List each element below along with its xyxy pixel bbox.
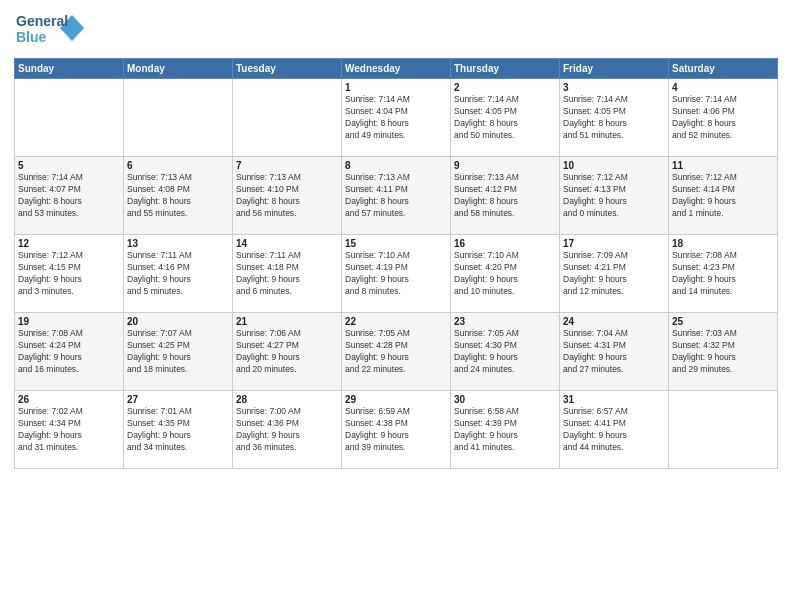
day-info: Sunrise: 7:07 AM Sunset: 4:25 PM Dayligh… bbox=[127, 328, 229, 376]
day-info: Sunrise: 7:11 AM Sunset: 4:16 PM Dayligh… bbox=[127, 250, 229, 298]
calendar-week-1: 1Sunrise: 7:14 AM Sunset: 4:04 PM Daylig… bbox=[15, 79, 778, 157]
day-number: 4 bbox=[672, 82, 774, 93]
day-number: 20 bbox=[127, 316, 229, 327]
day-number: 1 bbox=[345, 82, 447, 93]
day-number: 26 bbox=[18, 394, 120, 405]
day-number: 2 bbox=[454, 82, 556, 93]
calendar-cell: 3Sunrise: 7:14 AM Sunset: 4:05 PM Daylig… bbox=[560, 79, 669, 157]
calendar-cell: 18Sunrise: 7:08 AM Sunset: 4:23 PM Dayli… bbox=[669, 235, 778, 313]
day-number: 12 bbox=[18, 238, 120, 249]
day-number: 16 bbox=[454, 238, 556, 249]
header: GeneralBlue bbox=[14, 10, 778, 50]
day-number: 6 bbox=[127, 160, 229, 171]
calendar-cell: 27Sunrise: 7:01 AM Sunset: 4:35 PM Dayli… bbox=[124, 391, 233, 469]
day-number: 7 bbox=[236, 160, 338, 171]
calendar-cell bbox=[124, 79, 233, 157]
calendar-cell: 10Sunrise: 7:12 AM Sunset: 4:13 PM Dayli… bbox=[560, 157, 669, 235]
logo: GeneralBlue bbox=[14, 10, 84, 50]
weekday-header-saturday: Saturday bbox=[669, 59, 778, 79]
calendar-cell: 7Sunrise: 7:13 AM Sunset: 4:10 PM Daylig… bbox=[233, 157, 342, 235]
day-info: Sunrise: 7:13 AM Sunset: 4:11 PM Dayligh… bbox=[345, 172, 447, 220]
calendar-week-5: 26Sunrise: 7:02 AM Sunset: 4:34 PM Dayli… bbox=[15, 391, 778, 469]
day-info: Sunrise: 6:58 AM Sunset: 4:39 PM Dayligh… bbox=[454, 406, 556, 454]
calendar-cell bbox=[233, 79, 342, 157]
day-number: 27 bbox=[127, 394, 229, 405]
day-info: Sunrise: 7:08 AM Sunset: 4:23 PM Dayligh… bbox=[672, 250, 774, 298]
day-info: Sunrise: 7:06 AM Sunset: 4:27 PM Dayligh… bbox=[236, 328, 338, 376]
day-number: 15 bbox=[345, 238, 447, 249]
day-number: 3 bbox=[563, 82, 665, 93]
day-info: Sunrise: 6:59 AM Sunset: 4:38 PM Dayligh… bbox=[345, 406, 447, 454]
calendar-week-2: 5Sunrise: 7:14 AM Sunset: 4:07 PM Daylig… bbox=[15, 157, 778, 235]
day-info: Sunrise: 7:02 AM Sunset: 4:34 PM Dayligh… bbox=[18, 406, 120, 454]
weekday-header-wednesday: Wednesday bbox=[342, 59, 451, 79]
calendar-cell: 30Sunrise: 6:58 AM Sunset: 4:39 PM Dayli… bbox=[451, 391, 560, 469]
day-number: 21 bbox=[236, 316, 338, 327]
day-number: 23 bbox=[454, 316, 556, 327]
day-number: 31 bbox=[563, 394, 665, 405]
day-info: Sunrise: 7:14 AM Sunset: 4:06 PM Dayligh… bbox=[672, 94, 774, 142]
day-number: 11 bbox=[672, 160, 774, 171]
calendar-cell: 28Sunrise: 7:00 AM Sunset: 4:36 PM Dayli… bbox=[233, 391, 342, 469]
day-info: Sunrise: 7:10 AM Sunset: 4:19 PM Dayligh… bbox=[345, 250, 447, 298]
calendar-table: SundayMondayTuesdayWednesdayThursdayFrid… bbox=[14, 58, 778, 469]
day-number: 18 bbox=[672, 238, 774, 249]
day-info: Sunrise: 7:12 AM Sunset: 4:15 PM Dayligh… bbox=[18, 250, 120, 298]
weekday-header-tuesday: Tuesday bbox=[233, 59, 342, 79]
page-container: GeneralBlue SundayMondayTuesdayWednesday… bbox=[0, 0, 792, 612]
calendar-cell: 8Sunrise: 7:13 AM Sunset: 4:11 PM Daylig… bbox=[342, 157, 451, 235]
day-number: 13 bbox=[127, 238, 229, 249]
day-info: Sunrise: 7:14 AM Sunset: 4:07 PM Dayligh… bbox=[18, 172, 120, 220]
calendar-cell: 2Sunrise: 7:14 AM Sunset: 4:05 PM Daylig… bbox=[451, 79, 560, 157]
day-number: 10 bbox=[563, 160, 665, 171]
calendar-cell bbox=[669, 391, 778, 469]
calendar-cell: 20Sunrise: 7:07 AM Sunset: 4:25 PM Dayli… bbox=[124, 313, 233, 391]
weekday-header-thursday: Thursday bbox=[451, 59, 560, 79]
logo-svg: GeneralBlue bbox=[14, 10, 84, 50]
day-info: Sunrise: 7:03 AM Sunset: 4:32 PM Dayligh… bbox=[672, 328, 774, 376]
calendar-cell: 25Sunrise: 7:03 AM Sunset: 4:32 PM Dayli… bbox=[669, 313, 778, 391]
calendar-cell: 6Sunrise: 7:13 AM Sunset: 4:08 PM Daylig… bbox=[124, 157, 233, 235]
day-number: 28 bbox=[236, 394, 338, 405]
day-info: Sunrise: 7:10 AM Sunset: 4:20 PM Dayligh… bbox=[454, 250, 556, 298]
day-info: Sunrise: 7:12 AM Sunset: 4:13 PM Dayligh… bbox=[563, 172, 665, 220]
day-number: 17 bbox=[563, 238, 665, 249]
calendar-cell: 16Sunrise: 7:10 AM Sunset: 4:20 PM Dayli… bbox=[451, 235, 560, 313]
day-info: Sunrise: 7:13 AM Sunset: 4:12 PM Dayligh… bbox=[454, 172, 556, 220]
day-info: Sunrise: 7:05 AM Sunset: 4:30 PM Dayligh… bbox=[454, 328, 556, 376]
calendar-cell: 9Sunrise: 7:13 AM Sunset: 4:12 PM Daylig… bbox=[451, 157, 560, 235]
day-info: Sunrise: 7:14 AM Sunset: 4:05 PM Dayligh… bbox=[454, 94, 556, 142]
calendar-cell bbox=[15, 79, 124, 157]
calendar-cell: 23Sunrise: 7:05 AM Sunset: 4:30 PM Dayli… bbox=[451, 313, 560, 391]
day-number: 22 bbox=[345, 316, 447, 327]
day-number: 9 bbox=[454, 160, 556, 171]
day-info: Sunrise: 6:57 AM Sunset: 4:41 PM Dayligh… bbox=[563, 406, 665, 454]
day-info: Sunrise: 7:13 AM Sunset: 4:10 PM Dayligh… bbox=[236, 172, 338, 220]
day-number: 25 bbox=[672, 316, 774, 327]
calendar-cell: 14Sunrise: 7:11 AM Sunset: 4:18 PM Dayli… bbox=[233, 235, 342, 313]
svg-text:General: General bbox=[16, 13, 68, 29]
calendar-cell: 5Sunrise: 7:14 AM Sunset: 4:07 PM Daylig… bbox=[15, 157, 124, 235]
weekday-header-sunday: Sunday bbox=[15, 59, 124, 79]
calendar-body: 1Sunrise: 7:14 AM Sunset: 4:04 PM Daylig… bbox=[15, 79, 778, 469]
calendar-cell: 15Sunrise: 7:10 AM Sunset: 4:19 PM Dayli… bbox=[342, 235, 451, 313]
calendar-cell: 1Sunrise: 7:14 AM Sunset: 4:04 PM Daylig… bbox=[342, 79, 451, 157]
day-number: 5 bbox=[18, 160, 120, 171]
weekday-header-row: SundayMondayTuesdayWednesdayThursdayFrid… bbox=[15, 59, 778, 79]
calendar-cell: 31Sunrise: 6:57 AM Sunset: 4:41 PM Dayli… bbox=[560, 391, 669, 469]
day-number: 29 bbox=[345, 394, 447, 405]
day-number: 24 bbox=[563, 316, 665, 327]
weekday-header-friday: Friday bbox=[560, 59, 669, 79]
calendar-week-3: 12Sunrise: 7:12 AM Sunset: 4:15 PM Dayli… bbox=[15, 235, 778, 313]
day-info: Sunrise: 7:12 AM Sunset: 4:14 PM Dayligh… bbox=[672, 172, 774, 220]
calendar-cell: 19Sunrise: 7:08 AM Sunset: 4:24 PM Dayli… bbox=[15, 313, 124, 391]
svg-text:Blue: Blue bbox=[16, 29, 47, 45]
day-number: 19 bbox=[18, 316, 120, 327]
calendar-cell: 4Sunrise: 7:14 AM Sunset: 4:06 PM Daylig… bbox=[669, 79, 778, 157]
day-number: 14 bbox=[236, 238, 338, 249]
day-info: Sunrise: 7:14 AM Sunset: 4:04 PM Dayligh… bbox=[345, 94, 447, 142]
calendar-cell: 26Sunrise: 7:02 AM Sunset: 4:34 PM Dayli… bbox=[15, 391, 124, 469]
day-info: Sunrise: 7:08 AM Sunset: 4:24 PM Dayligh… bbox=[18, 328, 120, 376]
calendar-cell: 11Sunrise: 7:12 AM Sunset: 4:14 PM Dayli… bbox=[669, 157, 778, 235]
calendar-cell: 12Sunrise: 7:12 AM Sunset: 4:15 PM Dayli… bbox=[15, 235, 124, 313]
